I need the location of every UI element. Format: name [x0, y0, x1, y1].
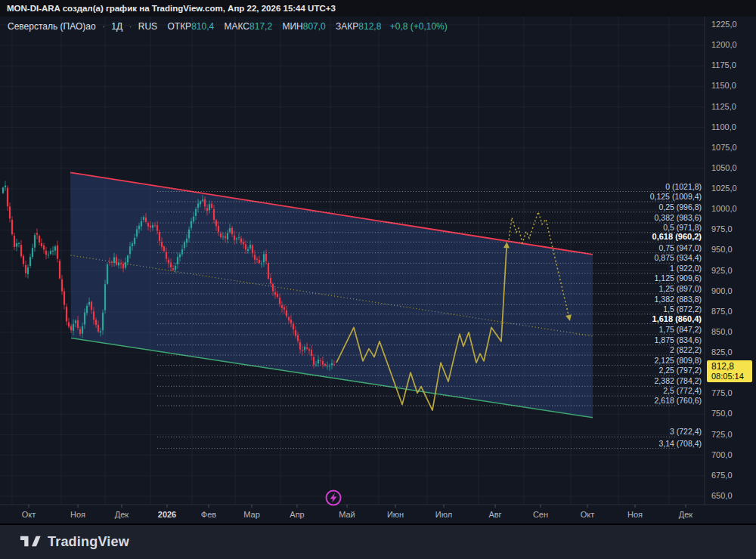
fib-level-label: 2,125 (809,8) — [655, 356, 702, 365]
price-tick-label: 700,0 — [711, 450, 733, 459]
price-tick-label: 825,0 — [711, 347, 733, 357]
attribution-text: MON-DI-ARA создал(а) график на TradingVi… — [7, 4, 336, 13]
fib-level-label: 0,875 (934,4) — [655, 253, 702, 262]
time-tick-label: Авг — [488, 510, 501, 519]
price-tick-label: 925,0 — [711, 266, 733, 275]
attribution-bar: MON-DI-ARA создал(а) график на TradingVi… — [0, 0, 756, 17]
price-tick-label: 1150,0 — [711, 81, 736, 90]
close-value: 812,8 — [358, 21, 381, 32]
time-tick-label: Фев — [201, 510, 216, 519]
chart-canvas[interactable] — [0, 17, 756, 523]
price-tick-label: 1175,0 — [711, 60, 736, 69]
price-tick-label: 1075,0 — [711, 143, 737, 152]
price-tick-label: 1025,0 — [711, 184, 737, 193]
price-tick-label: 750,0 — [711, 409, 733, 418]
fib-level-label: 1 (922,0) — [670, 264, 702, 273]
price-tick-label: 1000,0 — [711, 204, 737, 213]
footer: TradingView — [0, 525, 756, 559]
price-tick-label: 950,0 — [711, 245, 733, 254]
fib-level-label: 0,5 (971,8) — [663, 223, 702, 232]
price-tick-label: 875,0 — [711, 307, 733, 316]
time-tick-label: Июл — [435, 510, 452, 519]
fib-level-label: 1,5 (872,2) — [663, 304, 702, 313]
price-badge[interactable]: 812,8 08:05:14 — [707, 360, 752, 382]
fib-level-label: 1,618 (860,4) — [652, 314, 702, 323]
high-label: МАКС — [225, 21, 250, 32]
time-tick-label: Окт — [581, 510, 595, 519]
price-tick-label: 775,0 — [711, 388, 733, 397]
price-tick-label: 1050,0 — [711, 163, 737, 172]
time-tick-label: Ноя — [70, 510, 85, 519]
time-tick-label: Июн — [387, 510, 404, 519]
time-tick-label: Окт — [22, 510, 36, 519]
price-tick-label: 1200,0 — [711, 40, 737, 49]
fib-level-label: 1,382 (883,8) — [655, 295, 702, 304]
fib-level-label: 0,125 (1009,4) — [650, 192, 702, 201]
low-value: 807,0 — [303, 21, 326, 32]
legend-separator: · — [102, 21, 105, 32]
symbol-legend[interactable]: Северсталь (ПАО)ао · 1Д · RUS ОТКР810,4 … — [8, 21, 448, 32]
price-tick-label: 850,0 — [711, 327, 733, 336]
fib-level-label: 1,875 (834,6) — [655, 335, 702, 344]
fib-level-label: 0 (1021,8) — [665, 182, 702, 191]
last-price: 812,8 — [711, 362, 752, 372]
price-tick-label: 900,0 — [711, 286, 733, 295]
open-label: ОТКР — [167, 21, 191, 32]
price-tick-label: 1125,0 — [711, 102, 736, 111]
time-tick-label: Сен — [533, 510, 548, 519]
change-value: +0,8 (+0,10%) — [390, 21, 448, 32]
time-tick-label: Дек — [679, 510, 692, 519]
fib-level-label: 1,125 (909,6) — [655, 273, 702, 283]
fib-level-label: 1,75 (847,2) — [658, 325, 702, 334]
fib-level-label: 2,5 (772,4) — [663, 386, 702, 395]
interval-label[interactable]: 1Д — [111, 21, 122, 32]
low-label: МИН — [282, 21, 302, 32]
fib-level-label: 2,618 (760,6) — [655, 396, 702, 405]
time-tick-label: 2026 — [158, 510, 176, 519]
price-tick-label: 975,0 — [711, 224, 733, 233]
fib-level-label: 1,25 (897,0) — [658, 284, 702, 293]
time-tick-label: Май — [339, 510, 355, 519]
fib-level-label: 0,618 (960,2) — [652, 232, 702, 241]
fib-level-label: 2 (822,2) — [670, 345, 702, 354]
fib-level-label: 0,25 (996,8) — [658, 202, 702, 212]
time-tick-label: Апр — [290, 510, 304, 519]
open-value: 810,4 — [191, 21, 214, 32]
fib-level-label: 2,25 (797,2) — [658, 366, 702, 375]
price-axis[interactable]: 650,0675,0700,0725,0750,0775,0800,0825,0… — [705, 17, 756, 505]
fib-level-label: 3,14 (708,4) — [658, 439, 702, 448]
time-tick-label: Дек — [115, 510, 129, 519]
time-tick-label: Ноя — [627, 510, 643, 519]
tradingview-logo-icon[interactable] — [20, 535, 41, 550]
tradingview-brand[interactable]: TradingView — [48, 534, 129, 550]
price-tick-label: 1225,0 — [711, 20, 737, 29]
fib-level-label: 0,382 (983,6) — [655, 213, 702, 222]
close-label: ЗАКР — [336, 21, 358, 32]
high-value: 817,2 — [249, 21, 272, 32]
time-tick-label: Мар — [243, 510, 260, 519]
time-axis[interactable]: ОктНояДек2026ФевМарАпрМайИюнИюлАвгСенОкт… — [0, 505, 756, 523]
symbol-title[interactable]: Северсталь (ПАО)ао — [8, 21, 96, 32]
chart-area[interactable]: Северсталь (ПАО)ао · 1Д · RUS ОТКР810,4 … — [0, 17, 756, 523]
price-tick-label: 725,0 — [711, 430, 733, 439]
legend-separator: · — [129, 21, 132, 32]
price-tick-label: 650,0 — [711, 491, 733, 500]
bar-countdown: 08:05:14 — [711, 372, 752, 381]
exchange-label: RUS — [138, 21, 157, 32]
fib-level-label: 2,382 (784,2) — [655, 376, 702, 385]
fib-level-label: 3 (722,4) — [670, 427, 702, 436]
price-tick-label: 1100,0 — [711, 122, 736, 131]
price-tick-label: 675,0 — [711, 471, 733, 480]
fib-level-label: 0,75 (947,0) — [658, 243, 702, 252]
